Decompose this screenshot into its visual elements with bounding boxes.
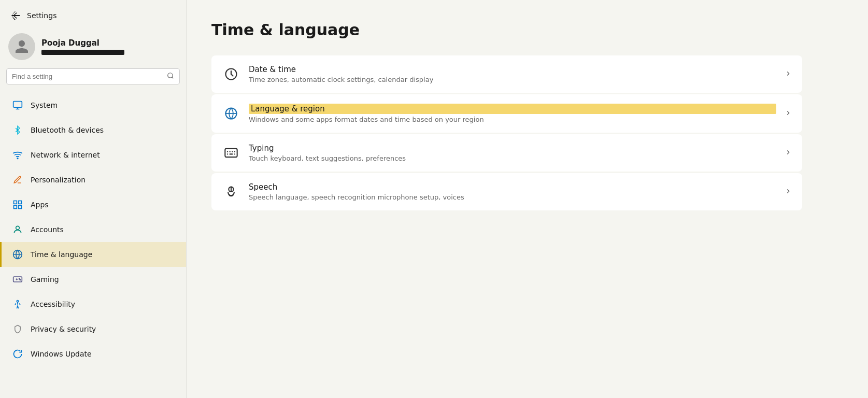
sidebar-label-accessibility: Accessibility (31, 300, 75, 308)
sidebar-item-time[interactable]: Time & language (0, 242, 186, 267)
sidebar-item-bluetooth[interactable]: Bluetooth & devices (0, 118, 186, 143)
sidebar-item-network[interactable]: Network & internet (0, 143, 186, 167)
typing-title: Typing (249, 144, 776, 153)
sidebar-label-windows-update: Windows Update (31, 350, 92, 358)
svg-rect-4 (14, 201, 17, 204)
user-profile: Pooja Duggal (0, 27, 186, 68)
svg-rect-7 (19, 206, 22, 209)
speech-icon (222, 182, 240, 201)
svg-point-8 (16, 226, 20, 230)
sidebar-label-system: System (31, 101, 58, 109)
sidebar-label-time: Time & language (31, 250, 92, 259)
user-name: Pooja Duggal (41, 38, 124, 48)
typing-desc: Touch keyboard, text suggestions, prefer… (249, 154, 776, 162)
svg-rect-6 (14, 206, 17, 209)
language-region-desc: Windows and some apps format dates and t… (249, 116, 776, 123)
svg-line-1 (172, 77, 174, 79)
avatar (8, 33, 35, 60)
time-language-icon (12, 249, 23, 260)
sidebar-label-apps: Apps (31, 201, 49, 209)
sidebar-label-network: Network & internet (31, 151, 100, 159)
sidebar-label-bluetooth: Bluetooth & devices (31, 126, 104, 134)
language-region-chevron (785, 109, 792, 118)
app-title: Settings (27, 11, 56, 20)
language-region-text: Language & region Windows and some apps … (249, 104, 776, 123)
date-time-chevron (785, 70, 792, 79)
sidebar-label-gaming: Gaming (31, 275, 59, 283)
network-icon (12, 149, 23, 161)
windows-update-icon (12, 348, 23, 360)
settings-item-typing[interactable]: Typing Touch keyboard, text suggestions,… (211, 134, 802, 172)
date-time-icon (222, 65, 240, 83)
sidebar-item-windows-update[interactable]: Windows Update (0, 342, 186, 366)
sidebar-item-privacy[interactable]: Privacy & security (0, 317, 186, 342)
date-time-title: Date & time (249, 65, 776, 74)
speech-desc: Speech language, speech recognition micr… (249, 193, 776, 201)
typing-chevron (785, 149, 792, 158)
system-icon (12, 100, 23, 111)
settings-item-date-time[interactable]: Date & time Time zones, automatic clock … (211, 55, 802, 93)
user-subtitle (41, 50, 124, 55)
sidebar-header: Settings (0, 0, 186, 27)
speech-text: Speech Speech language, speech recogniti… (249, 182, 776, 201)
svg-point-0 (168, 73, 173, 78)
speech-chevron (785, 188, 792, 196)
svg-rect-5 (19, 201, 22, 204)
language-region-title: Language & region (249, 104, 776, 114)
sidebar-item-accessibility[interactable]: Accessibility (0, 292, 186, 317)
bluetooth-icon (12, 124, 23, 136)
back-button[interactable] (8, 8, 23, 23)
search-box[interactable] (6, 68, 180, 84)
language-region-icon (222, 104, 240, 123)
apps-icon (12, 199, 23, 210)
sidebar-item-apps[interactable]: Apps (0, 192, 186, 217)
svg-rect-2 (13, 102, 22, 108)
typing-icon (222, 144, 240, 162)
gaming-icon (12, 274, 23, 285)
sidebar-item-system[interactable]: System (0, 93, 186, 118)
nav-items: System Bluetooth & devices Network & int… (0, 91, 186, 368)
typing-text: Typing Touch keyboard, text suggestions,… (249, 144, 776, 162)
svg-point-3 (17, 158, 18, 159)
user-info: Pooja Duggal (41, 38, 124, 55)
search-input[interactable] (12, 73, 163, 80)
accessibility-icon (12, 298, 23, 310)
date-time-desc: Time zones, automatic clock settings, ca… (249, 76, 776, 83)
settings-item-speech[interactable]: Speech Speech language, speech recogniti… (211, 173, 802, 210)
accounts-icon (12, 224, 23, 235)
speech-title: Speech (249, 182, 776, 192)
search-icon (167, 72, 174, 81)
settings-item-language-region[interactable]: Language & region Windows and some apps … (211, 94, 802, 133)
date-time-text: Date & time Time zones, automatic clock … (249, 65, 776, 83)
sidebar-item-gaming[interactable]: Gaming (0, 267, 186, 292)
svg-point-12 (20, 279, 21, 280)
page-title: Time & language (211, 21, 843, 39)
svg-rect-16 (225, 149, 237, 157)
sidebar-label-accounts: Accounts (31, 225, 64, 234)
sidebar: Settings Pooja Duggal System (0, 0, 187, 398)
svg-point-13 (17, 301, 18, 302)
sidebar-label-personalization: Personalization (31, 176, 86, 184)
sidebar-label-privacy: Privacy & security (31, 325, 96, 333)
personalization-icon (12, 174, 23, 186)
settings-list: Date & time Time zones, automatic clock … (211, 55, 802, 210)
privacy-icon (12, 323, 23, 335)
sidebar-item-accounts[interactable]: Accounts (0, 217, 186, 242)
main-content: Time & language Date & time Time zones, … (187, 0, 868, 398)
sidebar-item-personalization[interactable]: Personalization (0, 167, 186, 192)
